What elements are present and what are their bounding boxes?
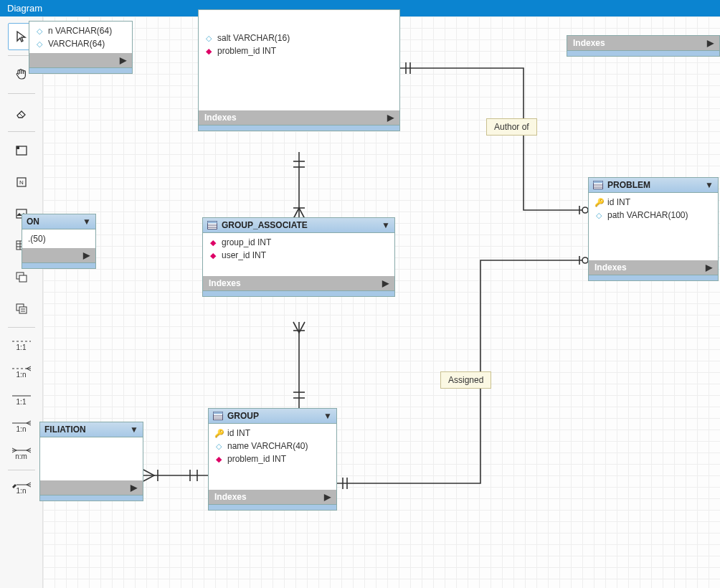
layer-icon — [15, 145, 28, 156]
tool-routine[interactable] — [8, 295, 35, 322]
field-row: ◆group_id INT — [203, 236, 394, 249]
entity-title: ON — [27, 217, 39, 227]
entity-problem[interactable]: PROBLEM▼ 🔑id INT ◇path VARCHAR(100) Inde… — [588, 177, 719, 281]
tool-eraser[interactable] — [8, 99, 35, 126]
entity-indexes-bar[interactable]: Indexes▶ — [589, 260, 718, 275]
indexes-label: Indexes — [204, 113, 237, 123]
entity-filiation[interactable]: FILIATION▼ ▶ — [39, 422, 143, 501]
chevron-right-icon: ▶ — [382, 278, 389, 288]
entity-partial-topleft[interactable]: ◇n VARCHAR(64) ◇VARCHAR(64) ▶ — [29, 21, 133, 74]
entity-indexes-bar[interactable]: Indexes▶ — [199, 110, 399, 125]
svg-line-0 — [19, 113, 23, 117]
key-icon: 🔑 — [214, 429, 223, 438]
note-icon: N — [16, 176, 27, 188]
entity-header[interactable]: FILIATION▼ — [40, 422, 143, 437]
field-row: ◇name VARCHAR(40) — [209, 440, 336, 452]
chevron-down-icon: ▼ — [82, 217, 91, 227]
chevron-down-icon: ▼ — [382, 220, 390, 230]
field-text: .(50) — [28, 234, 46, 244]
entity-header[interactable]: PROBLEM▼ — [589, 178, 718, 193]
entity-indexes-bar[interactable]: ▶ — [40, 480, 143, 495]
field-text: group_id INT — [222, 237, 271, 247]
entity-indexes-bar[interactable]: Indexes▶ — [203, 276, 394, 290]
tool-note[interactable]: N — [8, 169, 35, 196]
entity-group-associate[interactable]: GROUP_ASSOCIATE▼ ◆group_id INT ◆user_id … — [202, 217, 395, 297]
entity-header[interactable]: GROUP▼ — [209, 409, 336, 424]
diagram-canvas[interactable]: Indexes▶ ◇n VARCHAR(64) ◇VARCHAR(64) ▶ O… — [43, 16, 720, 588]
tool-palette: N 1:1 1:n 1:1 1:n — [0, 16, 43, 588]
table-icon — [593, 181, 603, 189]
field-text: name VARCHAR(40) — [227, 441, 308, 451]
entity-partial-topright[interactable]: Indexes▶ — [567, 35, 720, 57]
svg-rect-45 — [214, 412, 223, 414]
view-icon — [14, 270, 29, 283]
diamond-open-icon: ◇ — [35, 27, 44, 36]
rel-label: n:m — [15, 452, 27, 460]
field-text: problem_id INT — [217, 46, 276, 56]
chevron-right-icon: ▶ — [120, 55, 126, 65]
svg-point-25 — [582, 207, 588, 213]
svg-rect-14 — [19, 307, 27, 313]
entity-title: GROUP_ASSOCIATE — [222, 220, 308, 230]
entity-indexes-bar[interactable]: Indexes▶ — [209, 490, 336, 504]
field-row: ◇path VARCHAR(100) — [589, 209, 718, 222]
entity-indexes-bar[interactable]: Indexes▶ — [567, 36, 719, 50]
entity-indexes-bar[interactable]: ▶ — [29, 53, 132, 67]
field-row: ◇VARCHAR(64) — [29, 37, 132, 50]
fk-icon: ◆ — [209, 238, 217, 247]
routine-icon — [14, 302, 29, 315]
svg-point-29 — [582, 257, 588, 263]
field-text: user_id INT — [222, 250, 266, 260]
field-row: 🔑id INT — [209, 427, 336, 440]
field-row: .(50) — [22, 232, 95, 245]
svg-text:N: N — [19, 179, 24, 186]
entity-partial-topcenter[interactable]: ◇salt VARCHAR(16) ◆problem_id INT Indexe… — [198, 9, 400, 131]
rel-label: 1:n — [16, 371, 27, 379]
field-row: ◆user_id INT — [203, 249, 394, 262]
svg-rect-41 — [208, 222, 217, 224]
entity-indexes-bar[interactable]: ▶ — [22, 248, 95, 262]
diamond-open-icon: ◇ — [204, 34, 213, 43]
fk-icon: ◆ — [204, 47, 213, 56]
svg-rect-49 — [594, 181, 603, 184]
table-icon — [207, 221, 217, 229]
field-row: ◇salt VARCHAR(16) — [199, 32, 399, 44]
tool-rel-n-m[interactable]: n:m — [8, 442, 35, 465]
eraser-icon — [14, 105, 29, 120]
entity-header[interactable]: GROUP_ASSOCIATE▼ — [203, 218, 394, 233]
rel-label-author-of[interactable]: Author of — [486, 118, 537, 136]
field-text: salt VARCHAR(16) — [217, 33, 290, 43]
field-text: VARCHAR(64) — [48, 39, 105, 49]
rel-label: 1:n — [16, 487, 27, 495]
indexes-label: Indexes — [209, 278, 241, 288]
entity-title: PROBLEM — [607, 180, 650, 190]
tool-rel-pencil[interactable]: 1:n — [8, 475, 35, 498]
tool-rel-1-n-dash[interactable]: 1:n — [8, 360, 35, 383]
fk-icon: ◆ — [209, 251, 217, 260]
rel-label: 1:1 — [16, 398, 27, 406]
entity-title: GROUP — [227, 411, 259, 421]
chevron-down-icon: ▼ — [323, 411, 332, 421]
indexes-label: Indexes — [573, 38, 605, 48]
rel-label-assigned[interactable]: Assigned — [440, 371, 491, 389]
chevron-down-icon: ▼ — [130, 425, 138, 435]
tool-rel-1-1[interactable]: 1:1 — [8, 387, 35, 410]
chevron-right-icon: ▶ — [706, 262, 712, 272]
field-row: ◆problem_id INT — [209, 452, 336, 465]
entity-group[interactable]: GROUP▼ 🔑id INT ◇name VARCHAR(40) ◆proble… — [208, 408, 337, 511]
entity-on[interactable]: ON▼ .(50) ▶ — [22, 214, 96, 269]
field-row: ◆problem_id INT — [199, 44, 399, 57]
rel-label: 1:n — [16, 425, 27, 433]
entity-header[interactable]: ON▼ — [22, 214, 95, 229]
hand-icon — [14, 67, 29, 82]
entity-title: FILIATION — [44, 425, 86, 435]
tool-layer[interactable] — [8, 137, 35, 164]
diamond-open-icon: ◇ — [214, 442, 223, 451]
tool-rel-1-n[interactable]: 1:n — [8, 414, 35, 437]
key-icon: 🔑 — [595, 198, 603, 207]
tool-rel-1-1-dash[interactable]: 1:1 — [8, 333, 35, 356]
chevron-down-icon: ▼ — [705, 180, 714, 190]
cursor-icon — [15, 30, 28, 43]
chevron-right-icon: ▶ — [83, 250, 90, 260]
field-row: 🔑id INT — [589, 196, 718, 209]
